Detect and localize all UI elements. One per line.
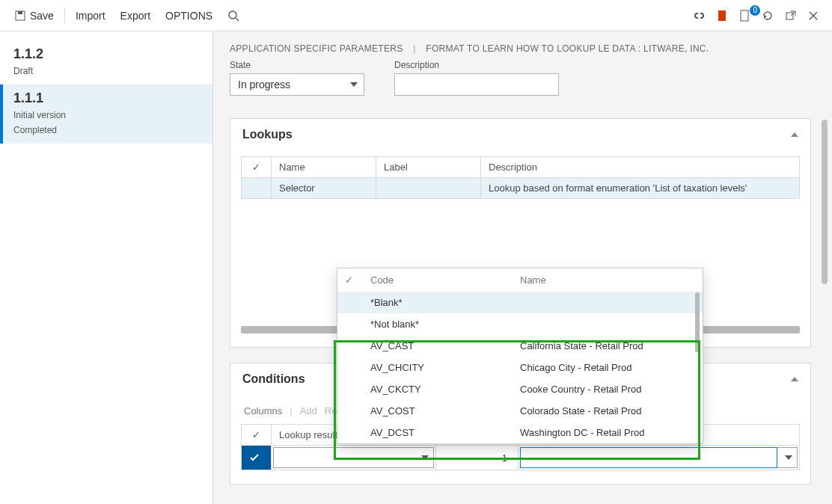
version-list: 1.1.2 Draft 1.1.1 Initial version Comple… bbox=[0, 31, 213, 504]
popout-button[interactable] bbox=[780, 10, 802, 21]
version-item[interactable]: 1.1.2 Draft bbox=[0, 40, 212, 84]
import-button[interactable]: Import bbox=[68, 0, 113, 31]
version-number: 1.1.2 bbox=[13, 46, 199, 62]
refresh-icon bbox=[762, 10, 774, 22]
save-label: Save bbox=[30, 10, 54, 22]
col-label[interactable]: Label bbox=[376, 157, 481, 178]
chevron-down-icon bbox=[350, 82, 358, 87]
line-value: 1 bbox=[436, 446, 519, 470]
office-button[interactable] bbox=[711, 10, 733, 22]
separator bbox=[64, 7, 65, 24]
toolbar: Save Import Export OPTIONS 0 bbox=[0, 0, 832, 31]
dd-row[interactable]: *Not blank* bbox=[337, 313, 703, 335]
description-label: Description bbox=[394, 60, 559, 70]
col-check[interactable]: ✓ bbox=[242, 157, 272, 178]
chevron-down-icon bbox=[785, 455, 792, 460]
svg-rect-5 bbox=[741, 10, 748, 21]
office-icon bbox=[717, 10, 727, 22]
export-button[interactable]: Export bbox=[113, 0, 158, 31]
code-dropdown-toggle[interactable] bbox=[777, 447, 798, 468]
search-icon bbox=[227, 10, 239, 22]
lookup-result-select[interactable] bbox=[273, 447, 434, 468]
version-item-selected[interactable]: 1.1.1 Initial version Completed bbox=[0, 84, 212, 144]
dd-row[interactable]: *Blank* bbox=[337, 292, 703, 313]
dropdown-scrollbar[interactable] bbox=[695, 292, 700, 352]
lookups-title: Lookups bbox=[242, 128, 293, 141]
code-input[interactable] bbox=[520, 447, 777, 468]
link-icon bbox=[693, 11, 705, 20]
conditions-editrow[interactable]: 1 bbox=[242, 446, 800, 470]
columns-button[interactable]: Columns bbox=[244, 405, 282, 417]
state-select[interactable]: In progress bbox=[230, 73, 364, 96]
close-icon bbox=[808, 10, 819, 21]
close-button[interactable] bbox=[802, 10, 825, 21]
header-fields: State In progress Description bbox=[230, 60, 816, 96]
svg-rect-1 bbox=[18, 11, 22, 14]
version-status: Completed bbox=[13, 124, 199, 136]
breadcrumb-sep: | bbox=[413, 43, 415, 54]
breadcrumb: APPLICATION SPECIFIC PARAMETERS | FORMAT… bbox=[230, 43, 816, 54]
breadcrumb-a: APPLICATION SPECIFIC PARAMETERS bbox=[230, 43, 403, 54]
attach-button[interactable] bbox=[687, 11, 711, 20]
col-desc[interactable]: Description bbox=[481, 157, 800, 178]
save-icon bbox=[15, 10, 25, 21]
lookups-row[interactable]: Selector Lookup based on format enumerat… bbox=[242, 178, 800, 199]
dd-row[interactable]: AV_CASTCalifornia State - Retail Prod bbox=[337, 335, 703, 357]
cell-desc: Lookup based on format enumeration 'List… bbox=[481, 178, 800, 199]
code-dropdown: ✓ Code Name *Blank* *Not blank* AV_CASTC… bbox=[337, 268, 703, 444]
state-field: State In progress bbox=[230, 60, 364, 96]
state-label: State bbox=[230, 60, 364, 70]
col-name[interactable]: Name bbox=[272, 157, 376, 178]
dd-col-code[interactable]: Code bbox=[363, 268, 513, 292]
svg-rect-6 bbox=[786, 13, 793, 19]
version-number: 1.1.1 bbox=[13, 90, 199, 106]
chevron-up-icon bbox=[791, 132, 798, 137]
add-button[interactable]: Add bbox=[300, 405, 317, 417]
dd-col-check[interactable]: ✓ bbox=[337, 268, 363, 292]
version-status: Initial version bbox=[13, 109, 199, 121]
conditions-title: Conditions bbox=[242, 372, 305, 386]
toolbar-right: 0 bbox=[687, 10, 825, 22]
dd-row[interactable]: AV_CHCITYChicago City - Retail Prod bbox=[337, 357, 703, 378]
chevron-up-icon bbox=[791, 377, 798, 381]
popout-icon bbox=[786, 10, 796, 21]
cell-label bbox=[376, 178, 481, 199]
svg-rect-4 bbox=[718, 10, 726, 21]
description-input[interactable] bbox=[394, 73, 559, 96]
col-check[interactable]: ✓ bbox=[242, 425, 272, 446]
description-field: Description bbox=[394, 60, 559, 96]
notification-badge: 0 bbox=[750, 5, 760, 16]
save-button[interactable]: Save bbox=[7, 0, 61, 31]
dd-row[interactable]: AV_CKCTYCooke Country - Retail Prod bbox=[337, 378, 703, 400]
vertical-scrollbar[interactable] bbox=[822, 120, 828, 284]
document-icon bbox=[739, 10, 750, 22]
svg-line-3 bbox=[236, 18, 239, 21]
dd-col-name[interactable]: Name bbox=[513, 268, 703, 292]
svg-point-2 bbox=[229, 11, 236, 19]
state-value: In progress bbox=[238, 79, 290, 90]
breadcrumb-b: FORMAT TO LEARN HOW TO LOOKUP LE DATA : … bbox=[426, 43, 709, 54]
version-status: Draft bbox=[13, 65, 199, 77]
options-button[interactable]: OPTIONS bbox=[158, 0, 220, 31]
dd-row[interactable]: AV_DCSTWashington DC - Retail Prod bbox=[337, 422, 703, 443]
dd-row[interactable]: AV_COSTColorado State - Retail Prod bbox=[337, 400, 703, 422]
lookups-header[interactable]: Lookups bbox=[230, 119, 810, 150]
search-button[interactable] bbox=[220, 0, 247, 31]
lookups-grid: ✓ Name Label Description Selector Lookup… bbox=[241, 156, 800, 199]
check-icon bbox=[249, 452, 263, 463]
cell-name: Selector bbox=[272, 178, 376, 199]
chevron-down-icon bbox=[421, 455, 429, 460]
notifications-button[interactable]: 0 bbox=[733, 10, 756, 22]
